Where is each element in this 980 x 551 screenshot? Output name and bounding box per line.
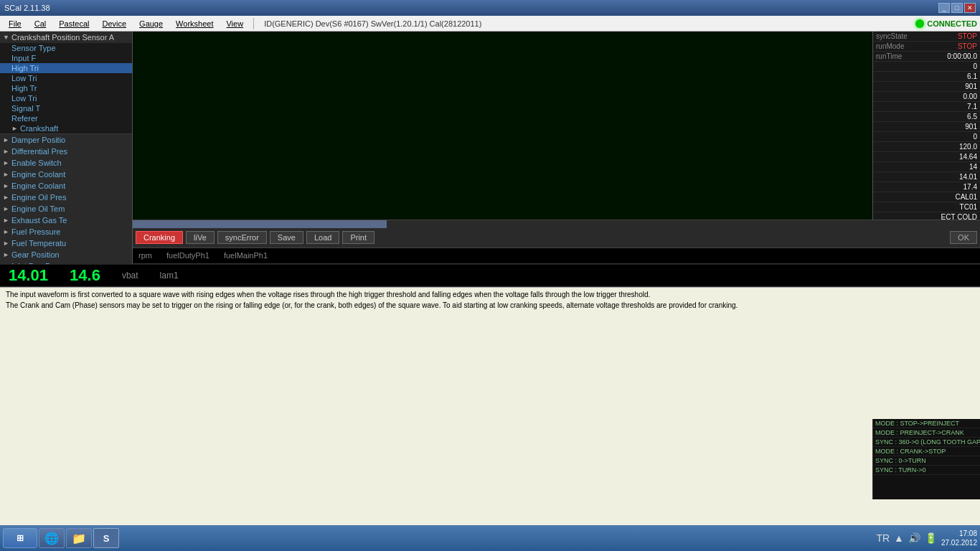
right-row-61: 6.1	[873, 72, 980, 82]
tree-crankshaft-sub[interactable]: ►Crankshaft	[0, 123, 132, 133]
menu-pastecal[interactable]: Pastecal	[53, 18, 95, 29]
runtime-label: runTime	[876, 52, 902, 60]
vbat-value2: 14.6	[70, 266, 100, 285]
ok-button[interactable]: OK	[950, 231, 977, 244]
sync-error-button[interactable]: syncError	[217, 231, 267, 244]
engine-oil-tem-label: Engine Oil Tem	[11, 204, 65, 213]
battery-icon: 🔋	[925, 532, 937, 544]
numbers-bar: 14.01 14.6 vbat lam1	[0, 264, 980, 287]
start-button[interactable]: ⊞	[3, 528, 37, 548]
log-line-2: MODE : PREINJECT->CRANK	[873, 428, 980, 438]
scope-top-container: syncState STOP runMode STOP runTime 0:00…	[133, 32, 980, 220]
tree-fuel-temp[interactable]: ► Fuel Temperatu	[0, 237, 132, 249]
lam1-label: lam1	[160, 270, 179, 281]
x-scrollbar-thumb[interactable]	[133, 220, 387, 228]
clock-date: 27.02.2012	[941, 538, 977, 547]
menu-file[interactable]: File	[3, 18, 27, 29]
right-row-120: 120.0	[873, 142, 980, 152]
connected-indicator: CONNECTED	[915, 19, 977, 28]
volume-icon[interactable]: 🔊	[908, 532, 920, 544]
engine-coolant1-label: Engine Coolant	[11, 170, 65, 179]
enable-switch-label: Enable Switch	[11, 159, 62, 167]
right-row-runmode: runMode STOP	[873, 42, 980, 52]
menu-gauge[interactable]: Gauge	[133, 18, 169, 29]
right-row-14: 14	[873, 162, 980, 172]
minimize-button[interactable]: _	[938, 3, 950, 13]
network-icon[interactable]: ▲	[894, 532, 904, 544]
app-wrapper: SCal 2.11.38 _ □ ✕ File Cal Pastecal Dev…	[0, 0, 980, 551]
right-log-panel: MODE : STOP->PREINJECT MODE : PREINJECT-…	[872, 419, 980, 499]
engine-coolant2-arrow: ►	[3, 182, 11, 189]
close-button[interactable]: ✕	[964, 3, 976, 13]
taskbar: ⊞ 🌐 📁 S TR ▲ 🔊 🔋 17:08 27.02.2012	[0, 525, 980, 551]
tree-differential[interactable]: ► Differential Pres	[0, 146, 132, 157]
runtime-value: 0:00:00.0	[947, 52, 977, 60]
tree-exhaust-gas[interactable]: ► Exhaust Gas Te	[0, 215, 132, 226]
tree-enable-switch[interactable]: ► Enable Switch	[0, 157, 132, 169]
load-button[interactable]: Load	[306, 231, 339, 244]
maximize-button[interactable]: □	[951, 3, 963, 13]
system-clock: 17:08 27.02.2012	[941, 529, 977, 547]
scope-top	[133, 32, 872, 220]
enable-switch-arrow: ►	[3, 159, 11, 166]
log-line-3: SYNC : 360->0 (LONG TOOTH GAP)	[873, 438, 980, 447]
log-line-4: MODE : CRANK->STOP	[873, 447, 980, 456]
runmode-value: STOP	[958, 42, 977, 50]
menu-device[interactable]: Device	[96, 18, 132, 29]
syncstate-label: syncState	[876, 32, 908, 40]
window-frame: SCal 2.11.38 _ □ ✕ File Cal Pastecal Dev…	[0, 0, 980, 525]
button-bar: Cranking liVe syncError Save Load Print …	[133, 228, 980, 248]
scope-labels-bar: rpm fuelDutyPh1 fuelMainPh1	[133, 248, 980, 264]
explorer-icon: 📁	[72, 532, 86, 545]
log-line-1: MODE : STOP->PREINJECT	[873, 419, 980, 428]
live-button[interactable]: liVe	[186, 231, 215, 244]
info-bar: The input waveform is first converted to…	[0, 287, 980, 526]
menu-worksheet[interactable]: Worksheet	[170, 18, 219, 29]
tree-input-f[interactable]: Input F	[0, 53, 132, 63]
app-title: SCal 2.11.38	[4, 4, 938, 12]
tree-low-tri-1[interactable]: Low Tri	[0, 73, 132, 83]
fuel-temp-label: Fuel Temperatu	[11, 239, 66, 248]
exhaust-gas-arrow: ►	[3, 217, 11, 224]
tree-engine-coolant-1[interactable]: ► Engine Coolant	[0, 169, 132, 180]
taskbar-app-browser[interactable]: 🌐	[39, 528, 65, 548]
tree-sensor-type[interactable]: Sensor Type	[0, 43, 132, 53]
tree-referer[interactable]: Referer	[0, 113, 132, 123]
taskbar-app-explorer[interactable]: 📁	[66, 528, 92, 548]
vbat-value: 14.01	[9, 266, 48, 285]
tree-engine-oil-tem[interactable]: ► Engine Oil Tem	[0, 203, 132, 215]
crankshaft-label: Crankshaft Position Sensor A	[11, 33, 114, 42]
right-row-0b: 0.00	[873, 92, 980, 102]
tree-fuel-pressure[interactable]: ► Fuel Pressure	[0, 226, 132, 237]
print-button[interactable]: Print	[342, 231, 374, 244]
info-text-2: The Crank and Cam (Phase) sensors may be…	[6, 301, 974, 309]
menu-cal[interactable]: Cal	[29, 18, 52, 29]
tree-high-tr-2[interactable]: High Tr	[0, 83, 132, 93]
crankshaft-arrow: ▼	[3, 34, 11, 41]
x-scrollbar[interactable]	[133, 220, 980, 228]
tree-crankshaft-header[interactable]: ▼ Crankshaft Position Sensor A	[0, 32, 132, 43]
tree-damper[interactable]: ► Damper Positio	[0, 134, 132, 146]
taskbar-app-scal[interactable]: S	[93, 528, 119, 548]
engine-coolant2-label: Engine Coolant	[11, 182, 65, 190]
tree-low-tri-2[interactable]: Low Tri	[0, 93, 132, 103]
cranking-button[interactable]: Cranking	[136, 231, 183, 244]
scope-top-canvas	[133, 32, 872, 220]
right-row-runtime: runTime 0:00:00.0	[873, 52, 980, 62]
tree-engine-oil-pres[interactable]: ► Engine Oil Pres	[0, 192, 132, 203]
right-row-901b: 901	[873, 122, 980, 132]
title-controls: _ □ ✕	[938, 3, 976, 13]
left-panel: ▼ Crankshaft Position Sensor A Sensor Ty…	[0, 32, 133, 264]
damper-label: Damper Positio	[11, 136, 65, 144]
scope-right-container: syncState STOP runMode STOP runTime 0:00…	[133, 32, 980, 264]
tree-high-tri-1[interactable]: High Tri	[0, 63, 132, 73]
tree-engine-coolant-2[interactable]: ► Engine Coolant	[0, 180, 132, 192]
crankshaft-sub-arrow: ►	[11, 125, 20, 132]
tree-signal-t[interactable]: Signal T	[0, 103, 132, 113]
menu-view[interactable]: View	[220, 18, 249, 29]
engine-oil-pres-label: Engine Oil Pres	[11, 193, 66, 202]
right-row-71: 7.1	[873, 102, 980, 112]
tree-gear-position[interactable]: ► Gear Position	[0, 249, 132, 260]
save-button[interactable]: Save	[270, 231, 303, 244]
syncstate-value: STOP	[958, 32, 977, 40]
